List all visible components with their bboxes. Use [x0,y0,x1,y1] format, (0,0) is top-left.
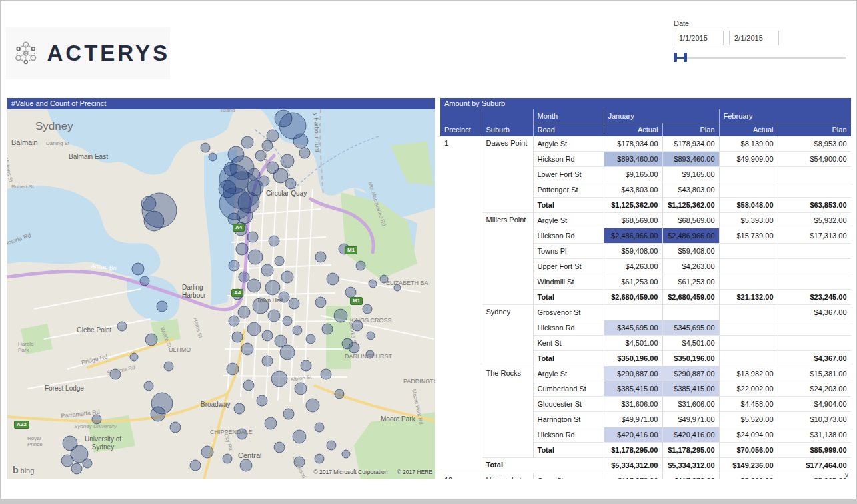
table-row[interactable]: 1Dawes PointArgyle St$178,934.00$178,934… [440,136,851,152]
road-cell[interactable]: Lower Fort St [533,167,604,182]
column-header-month[interactable]: Month [533,109,604,123]
map-bubble[interactable] [315,252,326,262]
feb-actual-cell[interactable] [719,244,778,259]
jan-actual-cell[interactable]: $893,460.00 [604,152,662,167]
bing-logo[interactable]: b bing [13,465,34,475]
map-bubble[interactable] [141,196,156,211]
jan-plan-cell[interactable] [662,305,719,320]
map-bubble[interactable] [268,310,280,322]
map-bubble[interactable] [157,301,167,312]
column-header-road[interactable]: Road [533,123,604,137]
map-bubble[interactable] [315,297,326,308]
map-bubble[interactable] [247,279,261,292]
map-bubble[interactable] [140,276,149,286]
road-cell[interactable]: Towns Pl [533,244,604,259]
jan-plan-cell[interactable]: $5,334,312.00 [662,458,719,473]
slider-handle-left[interactable] [674,53,677,62]
feb-plan-cell[interactable]: $85,999.00 [778,443,851,458]
map-bubble[interactable] [241,136,253,148]
jan-plan-cell[interactable]: $49,971.00 [662,412,719,427]
column-header-jan-actual[interactable]: Actual [604,123,662,137]
feb-actual-cell[interactable]: $5,393.00 [719,213,778,228]
jan-actual-cell[interactable]: $290,887.00 [604,366,662,381]
map-bubble[interactable] [321,369,331,379]
map-bubble[interactable] [289,298,299,309]
jan-actual-cell[interactable]: $9,165.00 [604,167,662,182]
jan-actual-cell[interactable]: $420,416.00 [604,427,662,443]
feb-actual-cell[interactable]: $5,520.00 [719,412,778,427]
map-bubble[interactable] [190,460,201,471]
feb-plan-cell[interactable]: $23,245.00 [778,290,851,305]
map-bubble[interactable] [262,356,273,366]
map-bubble[interactable] [394,284,401,291]
road-cell[interactable]: Upper Fort St [533,259,604,274]
column-group-january[interactable]: January [604,109,719,123]
column-header-feb-actual[interactable]: Actual [719,123,778,137]
feb-plan-cell[interactable]: $10,373.00 [778,412,851,427]
map-bubble[interactable] [352,320,363,331]
table-row[interactable]: Millers PointArgyle St$68,569.00$68,569.… [440,213,851,228]
map-bubble[interactable] [83,459,92,468]
map-bubble[interactable] [366,350,374,358]
feb-plan-cell[interactable]: $31,138.00 [778,427,851,443]
feb-plan-cell[interactable]: $54,900.00 [778,152,851,167]
map-bubble[interactable] [132,263,144,275]
column-header-suburb[interactable]: Suburb [482,109,533,136]
map-bubble[interactable] [269,236,279,246]
table-row[interactable]: SydneyGrosvenor St$4,367.00 [440,305,851,320]
map-bubble[interactable] [237,429,247,439]
jan-plan-cell[interactable]: $385,415.00 [662,381,719,397]
map-bubble[interactable] [283,316,292,326]
feb-plan-cell[interactable] [778,274,851,290]
jan-plan-cell[interactable]: $345,695.00 [662,320,719,336]
jan-plan-cell[interactable]: $61,253.00 [662,274,719,290]
map-bubble[interactable] [367,332,375,340]
jan-actual-cell[interactable]: $1,125,362.00 [604,198,662,213]
feb-actual-cell[interactable] [719,182,778,198]
road-cell[interactable]: Total [533,290,604,305]
jan-actual-cell[interactable]: $350,196.00 [604,351,662,366]
feb-plan-cell[interactable]: $63,853.00 [778,198,851,213]
feb-plan-cell[interactable]: $4,367.00 [778,351,851,366]
map-bubble[interactable] [293,430,306,443]
feb-plan-cell[interactable]: $24,203.00 [778,381,851,397]
map-bubble[interactable] [335,389,344,399]
map-bubble[interactable] [117,322,127,331]
feb-actual-cell[interactable]: $49,909.00 [719,152,778,167]
slider-handle-right[interactable] [684,53,687,62]
date-start-input[interactable] [674,31,724,45]
map-bubble[interactable] [144,211,164,231]
map-bubble[interactable] [283,409,294,419]
map-bubble[interactable] [232,332,243,342]
road-cell[interactable]: Total [533,351,604,366]
map-bubble[interactable] [234,403,245,414]
map-bubble[interactable] [356,261,365,270]
map-bubble[interactable] [241,343,253,355]
jan-plan-cell[interactable]: $43,803.00 [662,182,719,198]
map-bubble[interactable] [238,306,250,318]
feb-plan-cell[interactable]: $8,953.00 [778,136,851,152]
map-bubble[interactable] [315,454,324,463]
feb-plan-cell[interactable] [778,259,851,274]
feb-actual-cell[interactable]: $4,458.00 [719,397,778,412]
jan-plan-cell[interactable]: $420,416.00 [662,427,719,443]
map-bubble[interactable] [240,459,252,471]
map-bubble[interactable] [151,407,165,421]
jan-actual-cell[interactable]: $1,178,295.00 [604,443,662,458]
jan-actual-cell[interactable]: $2,680,459.00 [604,290,662,305]
feb-actual-cell[interactable] [719,274,778,290]
feb-actual-cell[interactable]: $8,139.00 [719,136,778,152]
map-bubble[interactable] [236,243,248,255]
jan-plan-cell[interactable]: $31,606.00 [662,397,719,412]
jan-actual-cell[interactable]: $178,934.00 [604,136,662,152]
feb-actual-cell[interactable]: $58,048.00 [719,198,778,213]
map-bubble[interactable] [380,275,388,283]
suburb-cell[interactable]: Millers Point [482,213,533,305]
map-bubble[interactable] [345,287,356,298]
table-row[interactable]: The RocksArgyle St$290,887.00$290,887.00… [440,366,851,381]
jan-plan-cell[interactable]: $2,680,459.00 [662,290,719,305]
jan-actual-cell[interactable]: $5,334,312.00 [604,458,662,473]
road-cell[interactable]: Hickson Rd [533,152,604,167]
road-cell[interactable]: Kent St [533,336,604,351]
map-bubble[interactable] [229,316,239,326]
